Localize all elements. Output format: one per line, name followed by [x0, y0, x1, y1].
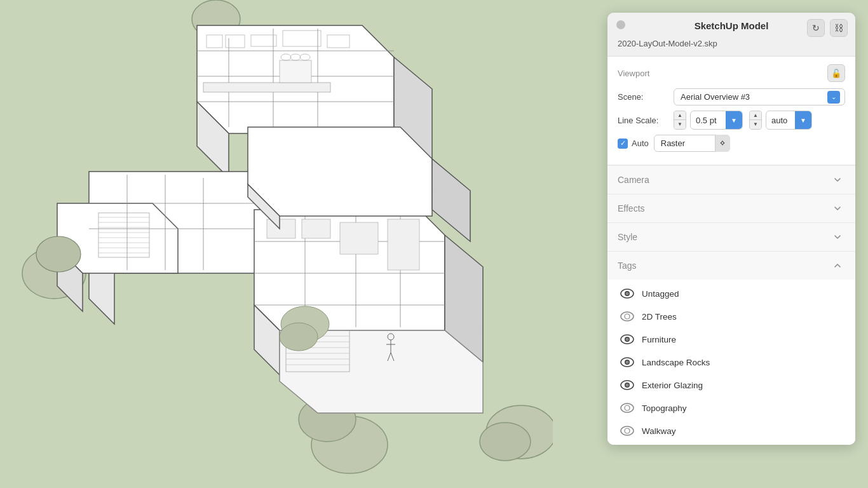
svg-rect-56: [340, 222, 378, 254]
camera-section: Camera: [607, 165, 855, 194]
auto-scale-input[interactable]: [766, 112, 795, 128]
camera-title: Camera: [618, 175, 649, 185]
tags-chevron[interactable]: [830, 258, 845, 273]
style-section: Style: [607, 222, 855, 251]
svg-marker-70: [248, 127, 432, 216]
line-scale-row: Line Scale: ▲ ▼ ▼ ▲ ▼: [618, 111, 845, 130]
lock-button[interactable]: 🔓: [827, 64, 845, 82]
line-scale-stepper: ▲ ▼: [674, 111, 686, 130]
auto-checkbox[interactable]: ✓: [618, 139, 628, 149]
effects-header[interactable]: Effects: [607, 194, 855, 222]
auto-scale-dropdown[interactable]: ▼: [795, 111, 811, 129]
tag-eye-walkway[interactable]: [620, 424, 634, 438]
auto-scale-stepper: ▲ ▼: [749, 111, 762, 130]
link-icon: ⛓: [834, 23, 843, 33]
tags-section: Tags Untagged 2D Trees Furn: [607, 251, 855, 445]
svg-point-93: [625, 428, 630, 433]
auto-scale-group: ▼: [766, 111, 812, 130]
tag-item-furniture[interactable]: Furniture: [607, 328, 855, 351]
auto-stepper-up[interactable]: ▲: [750, 111, 761, 120]
tag-eye-2d-trees[interactable]: [620, 309, 634, 323]
auto-label: Auto: [632, 139, 649, 148]
panel-body: Viewport 🔓 Scene: Aerial Overview #3 ⌄ L…: [607, 56, 855, 445]
svg-rect-57: [388, 219, 419, 270]
tag-name-landscape-rocks: Landscape Rocks: [642, 358, 710, 367]
style-chevron[interactable]: [830, 229, 845, 245]
viewport-header: Viewport 🔓: [618, 64, 845, 82]
tag-eye-landscape-rocks[interactable]: [620, 355, 634, 369]
style-title: Style: [618, 232, 637, 242]
eye-hidden-icon: [620, 403, 634, 413]
chevron-down-icon-effects: [833, 204, 842, 213]
render-mode-select[interactable]: Raster: [654, 135, 730, 152]
chevron-down-icon-style: [833, 233, 842, 241]
svg-point-79: [621, 312, 634, 321]
svg-rect-21: [280, 60, 311, 83]
line-scale-label: Line Scale:: [618, 116, 668, 125]
panel-filename-row: 2020-LayOut-Model-v2.skp: [607, 36, 855, 56]
svg-point-78: [626, 292, 629, 295]
lock-icon: 🔓: [831, 69, 841, 78]
style-header[interactable]: Style: [607, 223, 855, 251]
line-scale-unit-dropdown[interactable]: ▼: [726, 111, 742, 129]
tag-eye-untagged[interactable]: [620, 287, 634, 301]
stepper-up[interactable]: ▲: [674, 111, 686, 120]
svg-point-91: [625, 405, 630, 410]
eye-hidden-icon: [620, 311, 634, 322]
svg-point-1: [480, 423, 531, 461]
line-scale-wrapper: ▲ ▼ ▼ ▲ ▼ ▼: [674, 111, 845, 130]
svg-rect-55: [302, 219, 330, 238]
line-scale-input[interactable]: [691, 112, 726, 128]
tag-item-untagged[interactable]: Untagged: [607, 282, 855, 305]
auto-raster-row: ✓ Auto Raster: [618, 135, 845, 152]
camera-chevron[interactable]: [830, 172, 845, 187]
eye-visible-icon: [620, 380, 634, 390]
building-sketch: [0, 0, 553, 488]
tag-item-landscape-rocks[interactable]: Landscape Rocks: [607, 351, 855, 374]
effects-title: Effects: [618, 203, 645, 214]
effects-section: Effects: [607, 194, 855, 222]
tag-item-2d-trees[interactable]: 2D Trees: [607, 305, 855, 328]
eye-hidden-icon: [620, 426, 634, 436]
scene-row: Scene: Aerial Overview #3 ⌄: [618, 88, 845, 105]
tag-eye-furniture[interactable]: [620, 332, 634, 346]
eye-visible-icon: [620, 334, 634, 344]
render-mode-wrapper: Raster: [654, 135, 730, 152]
svg-point-92: [621, 426, 634, 435]
svg-point-86: [626, 361, 629, 364]
svg-point-73: [36, 236, 81, 272]
panel-close-button[interactable]: [616, 20, 625, 29]
tag-item-topography[interactable]: Topography: [607, 396, 855, 419]
svg-point-90: [621, 403, 634, 412]
chevron-up-icon: [833, 261, 842, 270]
tag-name-2d-trees: 2D Trees: [642, 312, 677, 322]
panel-title-bar: SketchUp Model ↻ ⛓: [607, 13, 855, 36]
auto-checkbox-wrapper: ✓ Auto: [618, 139, 649, 149]
panel-title: SketchUp Model: [695, 20, 769, 31]
svg-rect-20: [203, 83, 330, 92]
auto-stepper-down[interactable]: ▼: [750, 120, 761, 129]
viewport-label: Viewport: [618, 69, 649, 78]
tags-title: Tags: [618, 261, 637, 271]
filename-text: 2020-LayOut-Model-v2.skp: [618, 39, 717, 48]
tag-name-exterior-glazing: Exterior Glazing: [642, 381, 703, 390]
tags-list: Untagged 2D Trees Furniture Landscape Ro…: [607, 280, 855, 445]
tags-header[interactable]: Tags: [607, 252, 855, 280]
link-button[interactable]: ⛓: [830, 19, 848, 37]
tag-eye-exterior-glazing[interactable]: [620, 378, 634, 392]
scene-select[interactable]: Aerial Overview #3: [674, 88, 845, 105]
svg-point-80: [625, 314, 630, 319]
tag-name-untagged: Untagged: [642, 289, 679, 299]
tag-item-exterior-glazing[interactable]: Exterior Glazing: [607, 374, 855, 396]
svg-point-83: [626, 338, 629, 341]
stepper-down[interactable]: ▼: [674, 120, 686, 129]
tag-item-walkway[interactable]: Walkway: [607, 419, 855, 442]
sketchup-model-panel: SketchUp Model ↻ ⛓ 2020-LayOut-Model-v2.…: [607, 13, 855, 445]
tag-name-walkway: Walkway: [642, 426, 676, 436]
svg-point-89: [626, 384, 629, 387]
eye-visible-icon: [620, 357, 634, 367]
tag-eye-topography[interactable]: [620, 401, 634, 415]
effects-chevron[interactable]: [830, 201, 845, 216]
camera-header[interactable]: Camera: [607, 166, 855, 194]
refresh-button[interactable]: ↻: [807, 19, 825, 37]
